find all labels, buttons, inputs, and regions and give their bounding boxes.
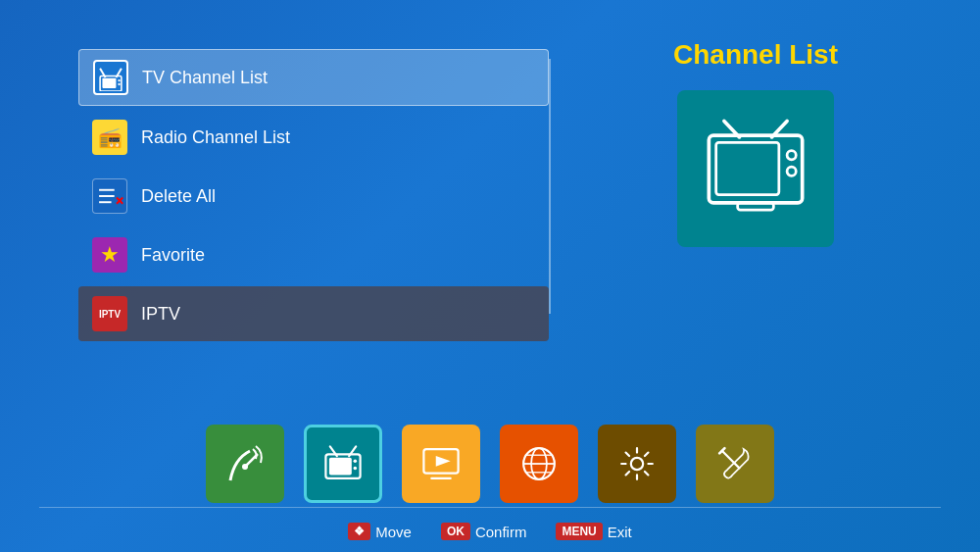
svg-rect-23	[329, 458, 352, 476]
panel-title: Channel List	[673, 39, 838, 71]
media-button[interactable]	[402, 425, 480, 503]
delete-all-icon	[92, 178, 127, 214]
svg-point-16	[787, 167, 796, 176]
move-label: Move	[375, 524, 412, 540]
menu-item-favorite[interactable]: ★ Favorite	[78, 227, 549, 282]
web-button[interactable]	[500, 425, 578, 503]
delete-all-label: Delete All	[141, 186, 216, 207]
menu-badge: MENU	[556, 523, 602, 540]
tv-channel-label: TV Channel List	[142, 68, 268, 88]
tv-icon-box	[677, 90, 834, 247]
iptv-icon: IPTV	[92, 296, 127, 331]
iptv-label: IPTV	[141, 304, 180, 325]
bottom-toolbar	[0, 425, 980, 503]
svg-point-5	[118, 83, 120, 85]
svg-marker-27	[436, 456, 451, 467]
tv-button[interactable]	[304, 425, 382, 503]
satellite-button[interactable]	[206, 425, 284, 503]
svg-rect-17	[738, 203, 774, 210]
bottom-separator	[39, 507, 941, 508]
svg-point-24	[354, 460, 358, 464]
right-panel: Channel List	[551, 29, 921, 247]
menu-item-tv-channel[interactable]: TV Channel List	[78, 49, 549, 106]
menu-panel: TV Channel List 📻 Radio Channel List	[78, 49, 549, 345]
radio-channel-label: Radio Channel List	[141, 127, 290, 148]
hint-menu: MENU Exit	[556, 523, 631, 540]
svg-point-4	[118, 79, 120, 81]
tv-channel-icon	[93, 60, 128, 95]
ok-badge: OK	[441, 523, 470, 540]
radio-channel-icon: 📻	[92, 120, 127, 155]
ok-label: Confirm	[475, 524, 527, 540]
hint-move: ❖ Move	[348, 523, 412, 540]
favorite-icon: ★	[92, 237, 127, 273]
svg-rect-14	[716, 142, 779, 194]
menu-label: Exit	[608, 524, 632, 540]
settings-button[interactable]	[598, 425, 676, 503]
svg-point-34	[631, 458, 643, 470]
menu-item-delete-all[interactable]: Delete All	[78, 169, 549, 224]
hint-ok: OK Confirm	[441, 523, 527, 540]
tools-button[interactable]	[696, 425, 774, 503]
svg-point-25	[354, 467, 358, 471]
svg-point-15	[787, 151, 796, 160]
favorite-label: Favorite	[141, 245, 205, 266]
menu-item-iptv[interactable]: IPTV IPTV	[78, 286, 549, 341]
svg-rect-3	[102, 78, 116, 88]
bottom-hints: ❖ Move OK Confirm MENU Exit	[0, 523, 980, 540]
menu-item-radio-channel[interactable]: 📻 Radio Channel List	[78, 110, 549, 165]
move-badge: ❖	[348, 523, 370, 540]
